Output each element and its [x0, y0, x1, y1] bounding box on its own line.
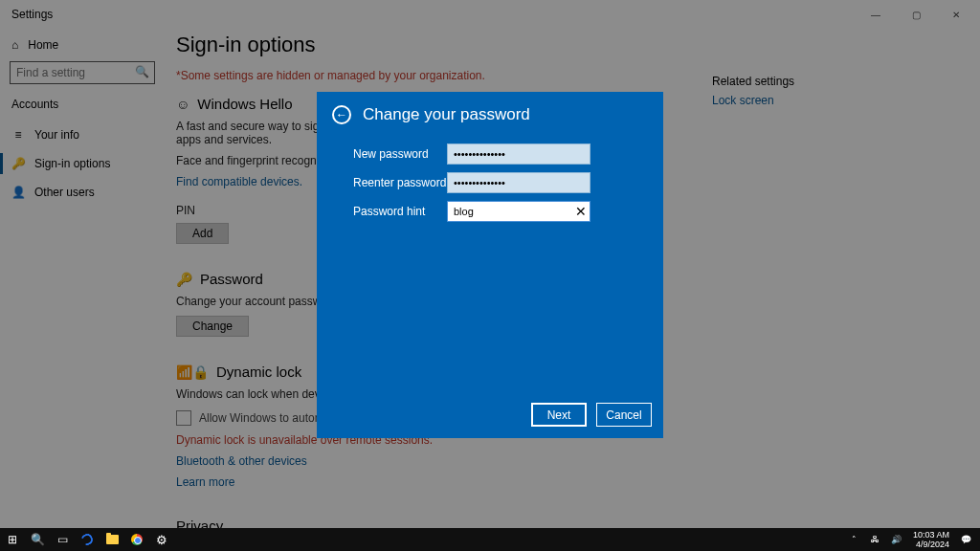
arrow-left-icon: ← — [336, 108, 347, 121]
password-hint-field[interactable] — [447, 201, 590, 222]
search-icon: 🔍 — [31, 533, 45, 546]
taskbar-app-explorer[interactable] — [100, 528, 124, 551]
tray-volume[interactable]: 🔊 — [888, 535, 905, 544]
folder-icon — [105, 533, 119, 546]
reenter-password-field[interactable] — [447, 172, 590, 193]
task-view-button[interactable]: ▭ — [50, 528, 75, 551]
windows-icon: ⊞ — [8, 533, 17, 546]
new-password-field[interactable] — [447, 143, 590, 165]
gear-icon: ⚙ — [156, 533, 167, 547]
clear-hint-button[interactable]: ✕ — [575, 204, 587, 219]
back-button[interactable]: ← — [332, 105, 351, 124]
dialog-title: Change your password — [363, 105, 530, 124]
next-button[interactable]: Next — [531, 403, 587, 427]
network-icon: 🖧 — [871, 535, 880, 544]
cancel-button[interactable]: Cancel — [596, 403, 652, 427]
speaker-icon: 🔊 — [891, 535, 902, 544]
reenter-password-label: Reenter password — [353, 176, 447, 189]
taskbar-app-chrome[interactable] — [124, 528, 149, 551]
tray-clock[interactable]: 10:03 AM 4/9/2024 — [909, 530, 953, 549]
task-view-icon: ▭ — [57, 533, 68, 546]
start-button[interactable]: ⊞ — [0, 528, 25, 551]
tray-date: 4/9/2024 — [913, 540, 949, 549]
tray-time: 10:03 AM — [913, 530, 949, 540]
edge-icon — [80, 533, 94, 546]
tray-network[interactable]: 🖧 — [867, 535, 884, 544]
taskbar-app-edge[interactable] — [75, 528, 100, 551]
chrome-icon — [130, 533, 144, 546]
task-search-button[interactable]: 🔍 — [25, 528, 50, 551]
new-password-label: New password — [353, 147, 447, 161]
tray-action-center[interactable]: 💬 — [957, 535, 974, 544]
taskbar-app-settings[interactable]: ⚙ — [149, 528, 174, 551]
password-hint-label: Password hint — [353, 205, 447, 218]
taskbar: ⊞ 🔍 ▭ ⚙ ˄ 🖧 🔊 10:03 AM 4/9/2024 💬 — [0, 528, 980, 551]
notification-icon: 💬 — [961, 535, 971, 544]
tray-overflow[interactable]: ˄ — [846, 535, 863, 544]
change-password-dialog: ← Change your password New password Reen… — [317, 92, 663, 438]
chevron-up-icon: ˄ — [852, 535, 857, 544]
